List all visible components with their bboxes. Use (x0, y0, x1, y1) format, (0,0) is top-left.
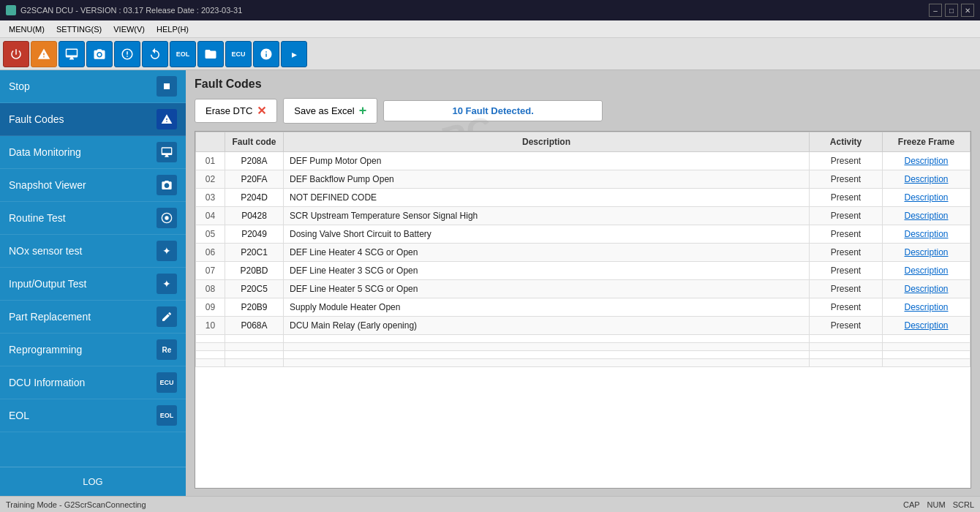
col-freeze-frame: Freeze Frame (883, 132, 970, 152)
cell-freeze-frame[interactable]: Description (883, 152, 970, 170)
cell-description: DEF Line Heater 5 SCG or Open (284, 280, 810, 298)
table-row[interactable]: 01P208ADEF Pump Motor OpenPresentDescrip… (196, 152, 970, 170)
cell-row-num: 05 (196, 225, 225, 244)
cell-activity (810, 359, 883, 367)
sidebar-item-stop[interactable]: Stop (0, 70, 186, 103)
app-title: G2SCAN DCU - VERSION : 03.17 Release Dat… (20, 6, 242, 15)
cell-freeze-frame[interactable]: Description (883, 244, 970, 262)
cell-fault-code (225, 343, 284, 351)
minimize-button[interactable]: – (929, 4, 942, 17)
ecu-toolbar-button[interactable]: ECU (225, 41, 252, 67)
cell-fault-code (225, 359, 284, 367)
cell-activity: Present (810, 170, 883, 189)
sidebar-item-snapshot-viewer[interactable]: Snapshot Viewer (0, 169, 186, 202)
sidebar-item-dcu-info[interactable]: DCU Information ECU (0, 366, 186, 399)
table-row[interactable]: 02P20FADEF Backflow Pump OpenPresentDesc… (196, 170, 970, 189)
cell-freeze-frame[interactable]: Description (883, 317, 970, 335)
cell-row-num (196, 359, 225, 367)
cell-description: SCR Upstream Temperature Sensor Signal H… (284, 207, 810, 225)
cell-fault-code: P208A (225, 152, 284, 170)
menu-item-setting[interactable]: SETTING(S) (50, 23, 108, 35)
eol-toolbar-button[interactable]: EOL (170, 41, 196, 67)
data-monitoring-label: Data Monitoring (9, 146, 81, 158)
cell-row-num: 07 (196, 262, 225, 280)
cell-fault-code (225, 351, 284, 359)
folder-button[interactable] (197, 41, 224, 67)
cell-freeze-frame[interactable]: Description (883, 298, 970, 317)
table-row[interactable] (196, 359, 970, 367)
sidebar-item-data-monitoring[interactable]: Data Monitoring (0, 136, 186, 169)
title-bar-left: G2SCAN DCU - VERSION : 03.17 Release Dat… (6, 5, 242, 15)
warning-button[interactable] (31, 41, 57, 67)
fault-codes-label: Fault Codes (9, 113, 64, 125)
fault-detected-box: 10 Fault Detected. (383, 100, 603, 121)
table-row[interactable]: 04P0428SCR Upstream Temperature Sensor S… (196, 207, 970, 225)
table-row[interactable]: 09P20B9Supply Module Heater OpenPresentD… (196, 298, 970, 317)
cell-freeze-frame[interactable]: Description (883, 207, 970, 225)
part-replacement-label: Part Replacement (9, 311, 91, 323)
power-button[interactable] (3, 41, 29, 67)
cell-fault-code: P20C1 (225, 244, 284, 262)
cell-description: NOT DEFINED CODE (284, 189, 810, 207)
save-excel-button[interactable]: Save as Excel + (283, 98, 377, 124)
refresh-button[interactable] (142, 41, 168, 67)
table-row[interactable]: 07P20BDDEF Line Heater 3 SCG or OpenPres… (196, 262, 970, 280)
table-row[interactable]: 10P068ADCU Main Relay (Early opening)Pre… (196, 317, 970, 335)
menu-item-menu[interactable]: MENU(M) (3, 23, 50, 35)
table-row[interactable]: 08P20C5DEF Line Heater 5 SCG or OpenPres… (196, 280, 970, 298)
cell-freeze-frame[interactable]: Description (883, 170, 970, 189)
table-row[interactable]: 05P2049Dosing Valve Short Circuit to Bat… (196, 225, 970, 244)
col-num (196, 132, 225, 152)
snapshot-viewer-label: Snapshot Viewer (9, 179, 86, 191)
cell-fault-code: P204D (225, 189, 284, 207)
cell-freeze-frame (883, 335, 970, 343)
data-monitoring-icon (157, 142, 177, 162)
table-row[interactable] (196, 343, 970, 351)
cell-description (284, 351, 810, 359)
cell-activity (810, 335, 883, 343)
stop-icon (157, 76, 177, 97)
sidebar-item-fault-codes[interactable]: Fault Codes (0, 103, 186, 136)
cell-description: DEF Backflow Pump Open (284, 170, 810, 189)
table-row[interactable] (196, 335, 970, 343)
part-replacement-icon (157, 306, 177, 327)
cell-freeze-frame[interactable]: Description (883, 280, 970, 298)
sidebar-item-io-test[interactable]: Input/Output Test ✦ (0, 268, 186, 301)
title-bar-controls[interactable]: – □ ✕ (929, 4, 974, 17)
info-button[interactable] (253, 41, 279, 67)
cell-description: DEF Line Heater 3 SCG or Open (284, 262, 810, 280)
cell-freeze-frame[interactable]: Description (883, 225, 970, 244)
sidebar-item-routine-test[interactable]: Routine Test (0, 202, 186, 235)
erase-dtc-button[interactable]: Erase DTC ✕ (195, 99, 277, 123)
cell-row-num: 06 (196, 244, 225, 262)
menu-item-view[interactable]: VIEW(V) (108, 23, 151, 35)
table-row[interactable]: 03P204DNOT DEFINED CODEPresentDescriptio… (196, 189, 970, 207)
title-bar: G2SCAN DCU - VERSION : 03.17 Release Dat… (0, 0, 980, 20)
table-row[interactable]: 06P20C1DEF Line Heater 4 SCG or OpenPres… (196, 244, 970, 262)
camera-button[interactable] (86, 41, 113, 67)
svg-rect-0 (164, 83, 170, 89)
close-button[interactable]: ✕ (961, 4, 974, 17)
cell-freeze-frame[interactable]: Description (883, 262, 970, 280)
maximize-button[interactable]: □ (945, 4, 958, 17)
cell-activity: Present (810, 152, 883, 170)
cell-freeze-frame[interactable]: Description (883, 189, 970, 207)
log-label: LOG (83, 476, 102, 487)
fault-codes-table-container[interactable]: Fault code Description Activity Freeze F… (195, 131, 971, 489)
arrow-button[interactable]: ▸ (281, 41, 307, 67)
sidebar-log[interactable]: LOG (0, 467, 186, 496)
cell-fault-code: P20FA (225, 170, 284, 189)
table-row[interactable] (196, 351, 970, 359)
menu-item-help[interactable]: HELP(H) (151, 23, 195, 35)
cell-description (284, 343, 810, 351)
cell-fault-code: P20C5 (225, 280, 284, 298)
sidebar-item-nox-sensor[interactable]: NOx sensor test ✦ (0, 235, 186, 268)
gear-button[interactable] (114, 41, 140, 67)
monitor-button[interactable] (59, 41, 85, 67)
sidebar-item-reprogramming[interactable]: Reprogramming Re (0, 334, 186, 366)
cell-row-num: 02 (196, 170, 225, 189)
cell-activity: Present (810, 189, 883, 207)
sidebar-item-eol[interactable]: EOL EOL (0, 399, 186, 432)
cell-fault-code: P2049 (225, 225, 284, 244)
sidebar-item-part-replacement[interactable]: Part Replacement (0, 301, 186, 334)
